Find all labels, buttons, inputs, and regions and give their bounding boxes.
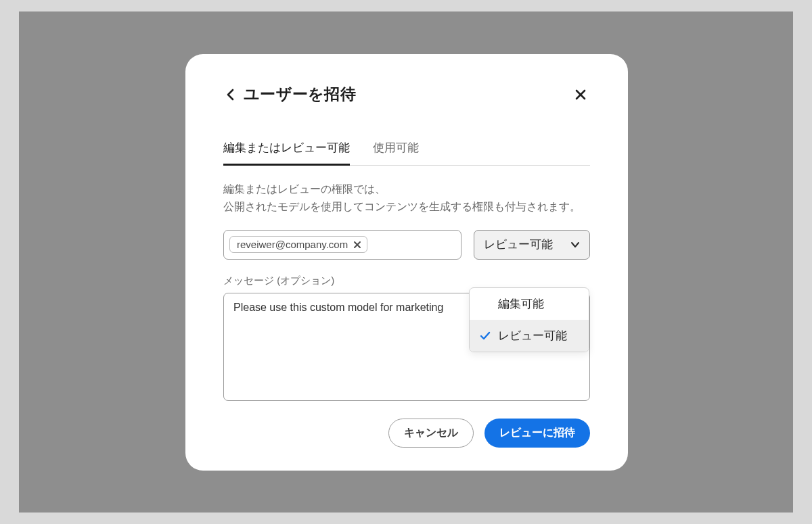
chevron-left-icon: [227, 89, 234, 101]
close-icon: [574, 89, 587, 101]
email-row: reveiwer@company.com レビュー可能: [223, 230, 590, 260]
invite-button[interactable]: レビューに招待: [484, 419, 590, 448]
email-input[interactable]: reveiwer@company.com: [223, 230, 461, 260]
remove-chip-button[interactable]: [353, 241, 361, 249]
email-chip-text: reveiwer@company.com: [237, 239, 348, 250]
email-chip: reveiwer@company.com: [229, 236, 367, 253]
tab-can-use[interactable]: 使用可能: [373, 140, 419, 165]
tab-label: 使用可能: [373, 141, 419, 154]
close-icon: [353, 241, 361, 249]
tab-label: 編集またはレビュー可能: [223, 141, 350, 154]
back-button[interactable]: [223, 85, 237, 104]
permission-select-label: レビュー可能: [484, 237, 553, 252]
dialog-header: ユーザーを招待: [223, 84, 590, 105]
permission-dropdown-menu: 編集可能 レビュー可能: [469, 287, 589, 352]
tabs: 編集またはレビュー可能 使用可能: [223, 140, 590, 166]
chevron-down-icon: [570, 241, 580, 248]
dialog-footer: キャンセル レビューに招待: [223, 419, 590, 448]
permission-description: 編集またはレビューの権限では、公開されたモデルを使用してコンテンツを生成する権限…: [223, 181, 590, 216]
check-icon: [479, 331, 491, 341]
dialog-title: ユーザーを招待: [244, 84, 356, 105]
permission-option-label: レビュー可能: [498, 328, 567, 343]
permission-option-edit[interactable]: 編集可能: [470, 288, 589, 320]
invite-users-dialog: ユーザーを招待 編集またはレビュー可能 使用可能 編集またはレビューの権限では、…: [185, 54, 628, 471]
permission-select[interactable]: レビュー可能: [474, 230, 590, 260]
permission-option-review[interactable]: レビュー可能: [470, 320, 589, 352]
cancel-button[interactable]: キャンセル: [388, 419, 474, 448]
title-wrap: ユーザーを招待: [223, 84, 356, 105]
tab-edit-or-review[interactable]: 編集またはレビュー可能: [223, 140, 350, 165]
permission-option-label: 編集可能: [498, 296, 544, 312]
message-label: メッセージ (オプション): [223, 275, 590, 287]
close-button[interactable]: [571, 85, 590, 104]
